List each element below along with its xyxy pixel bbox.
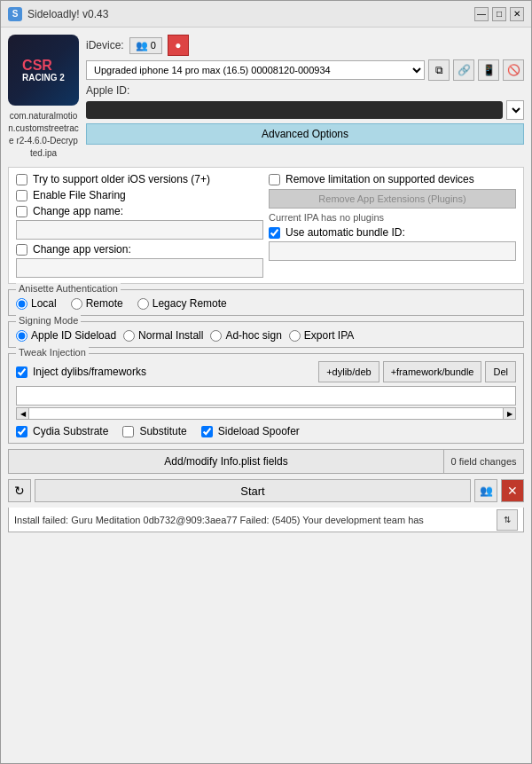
signing-export-label: Export IPA: [304, 329, 354, 342]
anisette-local: Local: [16, 297, 57, 310]
options-right: Remove limitation on supported devices R…: [269, 173, 516, 278]
options-left: Try to support older iOS versions (7+) E…: [16, 173, 263, 278]
link-icon-btn[interactable]: 🔗: [453, 59, 474, 81]
options-grid: Try to support older iOS versions (7+) E…: [16, 173, 516, 278]
anisette-local-label: Local: [31, 297, 57, 310]
camera-icon-btn[interactable]: 🚫: [503, 59, 524, 81]
app-icon: CSR RACING 2: [8, 35, 79, 106]
remove-limitation-label: Remove limitation on supported devices: [286, 173, 474, 185]
sideload-spoofer-label: Sideload Spoofer: [218, 425, 300, 437]
app-name-input[interactable]: CSR Racing 2: [16, 220, 263, 240]
app-version-input[interactable]: 4.6.0: [16, 258, 263, 278]
anisette-label: Anisette Authentication: [16, 283, 121, 294]
inject-checkbox[interactable]: [16, 366, 27, 378]
tweak-label: Tweak Injection: [16, 347, 89, 358]
signing-apple-id-label: Apple ID Sideload: [31, 329, 116, 342]
field-changes-label: 0 field changes: [444, 449, 524, 474]
signing-export: Export IPA: [289, 329, 354, 342]
signing-adhoc: Ad-hoc sign: [210, 329, 281, 342]
substitute-checkbox[interactable]: [122, 426, 134, 437]
scroll-track[interactable]: [29, 408, 503, 419]
support-older-ios-row: Try to support older iOS versions (7+): [16, 173, 263, 185]
signing-group: Signing Mode Apple ID Sideload Normal In…: [8, 321, 524, 348]
anisette-local-radio[interactable]: [16, 298, 27, 310]
people-icon-small: 👥: [136, 40, 148, 51]
bundle-id-input[interactable]: com.naturalmotion.customstreetracer2: [269, 241, 516, 261]
app-icon-small: S: [8, 7, 22, 21]
top-section: CSR RACING 2 com.naturalmotion.customstr…: [8, 35, 524, 160]
title-bar-left: S Sideloadly! v0.43: [8, 7, 108, 21]
idevice-label: iDevice:: [86, 39, 124, 51]
copy-icon-btn[interactable]: ⧉: [428, 59, 450, 81]
advanced-options-button[interactable]: Advanced Options: [86, 123, 524, 145]
scrollbar: ◀ ▶: [16, 407, 516, 420]
remove-limitation-row: Remove limitation on supported devices: [269, 173, 516, 185]
tweak-path-input[interactable]: C:/Users/[redacted]/Documents/iOSGods.co…: [16, 386, 516, 406]
anisette-legacy-label: Legacy Remote: [153, 297, 227, 310]
status-text: Install failed: Guru Meditation 0db732@9…: [14, 515, 497, 525]
enable-file-sharing-checkbox[interactable]: [16, 190, 27, 201]
scroll-right-button[interactable]: ▶: [503, 407, 515, 420]
substrate-row: Cydia Substrate Substitute Sideload Spoo…: [16, 425, 516, 437]
people-button[interactable]: 👥: [474, 479, 497, 502]
refresh-button[interactable]: ↻: [8, 479, 31, 502]
del-button[interactable]: Del: [485, 361, 516, 382]
change-app-version-checkbox[interactable]: [16, 244, 27, 256]
support-older-ios-checkbox[interactable]: [16, 174, 27, 185]
anisette-remote-label: Remote: [86, 297, 123, 310]
substitute-row: Substitute: [122, 425, 186, 437]
device-select[interactable]: Upgraded iphone 14 pro max (16.5) 000081…: [86, 60, 425, 80]
anisette-radio-group: Local Remote Legacy Remote: [16, 297, 516, 310]
signing-apple-id-radio[interactable]: [16, 330, 27, 342]
signing-apple-id: Apple ID Sideload: [16, 329, 116, 342]
sideload-spoofer-checkbox[interactable]: [201, 426, 213, 437]
anisette-legacy-radio[interactable]: [137, 298, 149, 310]
signing-normal-radio[interactable]: [123, 330, 135, 342]
file-sharing-row: Enable File Sharing: [16, 189, 263, 201]
use-auto-bundle-row: Use automatic bundle ID:: [269, 226, 516, 239]
app-id-label: com.naturalmotion.customstreetrace r2-4.…: [8, 110, 79, 160]
change-app-name-label: Change app name:: [33, 205, 123, 217]
signing-radio-group: Apple ID Sideload Normal Install Ad-hoc …: [16, 329, 516, 342]
start-button[interactable]: Start: [35, 479, 471, 502]
signing-export-radio[interactable]: [289, 330, 301, 342]
remove-limitation-checkbox[interactable]: [269, 174, 280, 185]
no-plugins-text: Current IPA has no plugins: [269, 212, 516, 223]
phone-icon-btn[interactable]: 📱: [478, 59, 499, 81]
status-bar: Install failed: Guru Meditation 0db732@9…: [8, 508, 524, 532]
change-app-version-row: Change app version:: [16, 243, 263, 256]
close-button[interactable]: ✕: [501, 479, 524, 502]
signing-adhoc-radio[interactable]: [210, 330, 222, 342]
apple-id-dropdown[interactable]: [506, 100, 524, 120]
close-window-button[interactable]: ✕: [510, 7, 524, 21]
dylib-deb-button[interactable]: +dylib/deb: [318, 361, 379, 382]
inject-label: Inject dylibs/frameworks: [33, 366, 146, 378]
anisette-group: Anisette Authentication Local Remote Leg…: [8, 289, 524, 316]
maximize-button[interactable]: □: [492, 7, 506, 21]
window-controls: — □ ✕: [474, 7, 524, 21]
bottom-bar: ↻ Start 👥 ✕: [8, 479, 524, 502]
scroll-left-button[interactable]: ◀: [17, 407, 29, 420]
anisette-legacy: Legacy Remote: [137, 297, 227, 310]
red-circle-btn[interactable]: ●: [168, 35, 189, 56]
updown-button[interactable]: ⇅: [497, 509, 518, 531]
use-auto-bundle-checkbox[interactable]: [269, 227, 280, 239]
apple-id-row: Apple ID:: [86, 84, 524, 97]
signing-normal: Normal Install: [123, 329, 203, 342]
counter-value: 0: [151, 40, 156, 51]
signing-label: Signing Mode: [16, 315, 81, 326]
minimize-button[interactable]: —: [474, 7, 489, 21]
options-section: Try to support older iOS versions (7+) E…: [8, 167, 524, 284]
add-plist-button[interactable]: Add/modify Info.plist fields: [8, 449, 444, 474]
signing-normal-label: Normal Install: [138, 329, 203, 342]
framework-bundle-button[interactable]: +framework/bundle: [383, 361, 482, 382]
sideload-spoofer-row: Sideload Spoofer: [201, 425, 300, 437]
apple-id-label: Apple ID:: [86, 84, 129, 97]
tweak-section: Tweak Injection Inject dylibs/frameworks…: [8, 353, 524, 444]
cydia-substrate-checkbox[interactable]: [16, 426, 27, 437]
change-app-name-row: Change app name:: [16, 205, 263, 217]
support-older-ios-label: Try to support older iOS versions (7+): [33, 173, 210, 185]
remove-extensions-button: Remove App Extensions (Plugins): [269, 189, 516, 209]
anisette-remote-radio[interactable]: [71, 298, 82, 310]
change-app-name-checkbox[interactable]: [16, 206, 27, 217]
